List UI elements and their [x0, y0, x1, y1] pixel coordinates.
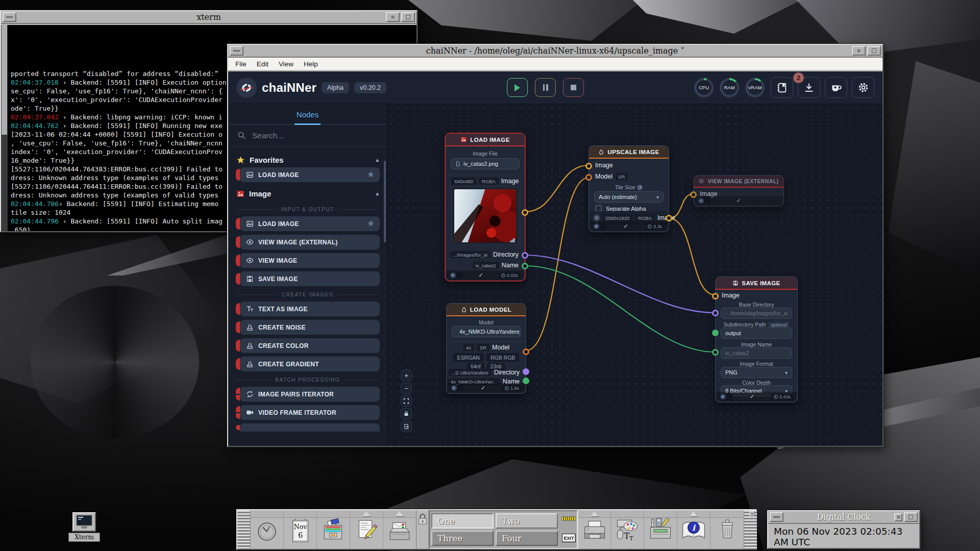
workspace-four-button[interactable]: Four: [496, 531, 558, 546]
sidebar-item-video-frame-iterator[interactable]: VIDEO FRAME ITERATOR: [240, 405, 380, 420]
node-disable-toggle[interactable]: [593, 223, 606, 230]
collapse-chevron-icon[interactable]: [376, 190, 379, 197]
handle-directory-output[interactable]: [522, 252, 528, 259]
exit-button[interactable]: EXIT: [562, 534, 576, 542]
menu-edit[interactable]: Edit: [253, 59, 273, 69]
chainner-window[interactable]: chaiNNer - /home/oleg/ai/chaiNNer-linux-…: [227, 44, 884, 447]
base-directory-input[interactable]: /home/oleg/Images/for_ai: [721, 308, 792, 319]
menu-file[interactable]: File: [231, 59, 251, 69]
node-save-image[interactable]: SAVE IMAGE Image Base Directory /home/ol…: [715, 277, 798, 403]
collapse-chevron-icon[interactable]: [376, 157, 379, 163]
window-menu-button[interactable]: [770, 512, 783, 522]
node-load-model[interactable]: LOAD MODEL Model 4x_NMKD-UltraYandere_..…: [446, 303, 526, 394]
xterm-titlebar[interactable]: xterm: [1, 11, 416, 24]
sidebar-item-view-image[interactable]: VIEW IMAGE: [240, 253, 380, 268]
handle-name-output[interactable]: [522, 263, 528, 269]
panel-file-manager-button[interactable]: [317, 510, 350, 549]
node-disable-toggle[interactable]: [720, 393, 733, 400]
subpanel-arrow-icon[interactable]: [362, 511, 371, 516]
handle-subdirectory-input[interactable]: [712, 330, 719, 336]
panel-grip-left[interactable]: [237, 510, 251, 549]
zoom-out-button[interactable]: −: [401, 383, 412, 394]
panel-clock-button[interactable]: [251, 510, 284, 549]
handle-image-input[interactable]: [712, 293, 719, 299]
subpanel-arrow-icon[interactable]: [396, 511, 404, 516]
node-search[interactable]: Search...: [228, 125, 387, 146]
panel-application-manager-button[interactable]: [644, 510, 677, 549]
node-graph-canvas[interactable]: + − LOAD IMAGE: [387, 105, 883, 446]
sidebar-item-create-color[interactable]: CREATE COLOR: [240, 338, 380, 353]
handle-directory-output[interactable]: [523, 368, 529, 375]
menu-help[interactable]: Help: [300, 59, 322, 69]
window-menu-button[interactable]: [230, 46, 243, 56]
handle-image-output[interactable]: [522, 209, 528, 216]
digital-clock-window[interactable]: Digital Clock Mon 06 Nov 2023 02:05:43 A…: [767, 510, 920, 549]
favorites-section-header[interactable]: Favorites: [235, 153, 380, 167]
node-disable-toggle[interactable]: [450, 272, 463, 279]
sidebar-scrollbar[interactable]: [384, 161, 386, 242]
sidebar-item-partial[interactable]: [240, 423, 380, 432]
handle-model-input[interactable]: [585, 174, 592, 181]
node-disable-toggle[interactable]: [698, 197, 711, 204]
image-format-dropdown[interactable]: PNG▾: [721, 367, 792, 378]
preview-toggle[interactable]: [594, 214, 600, 222]
handle-image-input[interactable]: [585, 163, 592, 169]
handle-image-name-input[interactable]: [712, 349, 719, 356]
sidebar-item-create-gradient[interactable]: CREATE GRADIENT: [240, 357, 380, 371]
node-load-image[interactable]: LOAD IMAGE Image File iv_catas2.png 640x…: [445, 133, 525, 281]
node-upscale-image[interactable]: UPSCALE IMAGE Image Model SR Tile Size? …: [589, 145, 669, 232]
panel-printer-button[interactable]: [578, 510, 611, 549]
workspace-three-button[interactable]: Three: [431, 531, 494, 546]
image-section-header[interactable]: Image: [235, 186, 380, 201]
handle-name-output[interactable]: [523, 378, 529, 384]
scrollbar-thumb[interactable]: [2, 25, 7, 135]
handle-image-output[interactable]: [666, 215, 672, 221]
tab-nodes[interactable]: Nodes: [295, 106, 321, 125]
sidebar-item-save-image[interactable]: SAVE IMAGE: [240, 271, 380, 286]
sidebar-item-image-pairs-iterator[interactable]: IMAGE PAIRS ITERATOR: [240, 387, 380, 402]
sidebar-item-load-image-favorite[interactable]: LOAD IMAGE: [240, 167, 380, 182]
pause-button[interactable]: [535, 78, 556, 97]
sidebar-item-create-noise[interactable]: CREATE NOISE: [240, 320, 380, 335]
menu-view[interactable]: View: [275, 59, 298, 69]
node-view-image-external[interactable]: VIEW IMAGE (EXTERNAL) Image: [693, 175, 784, 207]
clock-titlebar[interactable]: Digital Clock: [768, 511, 919, 524]
workspace-two-button[interactable]: Two: [496, 513, 558, 529]
help-icon[interactable]: ?: [637, 185, 643, 190]
minimize-button[interactable]: [894, 513, 902, 521]
sidebar-item-view-image-external[interactable]: VIEW IMAGE (EXTERNAL): [240, 235, 380, 249]
fit-view-button[interactable]: [401, 395, 412, 407]
download-updates-button[interactable]: 2: [798, 77, 820, 98]
panel-text-editor-button[interactable]: [350, 510, 383, 549]
panel-lock-area[interactable]: [416, 510, 429, 549]
maximize-button[interactable]: [867, 46, 881, 56]
favorite-star-icon[interactable]: [367, 170, 375, 180]
xterm-scrollbar[interactable]: [1, 25, 8, 231]
xterm-desktop-icon[interactable]: Xterm: [68, 512, 100, 542]
run-button[interactable]: [507, 78, 528, 97]
panel-mail-button[interactable]: [383, 510, 416, 549]
panel-style-manager-button[interactable]: T T: [611, 510, 644, 549]
chainner-titlebar[interactable]: chaiNNer - /home/oleg/ai/chaiNNer-linux-…: [228, 45, 883, 58]
handle-image-input[interactable]: [690, 191, 697, 198]
image-name-input[interactable]: iv_catas2: [721, 347, 792, 359]
sidebar-item-load-image[interactable]: LOAD IMAGE: [240, 216, 380, 231]
subdirectory-input[interactable]: output: [721, 328, 792, 339]
changelog-button[interactable]: [771, 77, 793, 98]
maximize-button[interactable]: [904, 512, 918, 522]
maximize-button[interactable]: [401, 12, 415, 22]
export-image-button[interactable]: [401, 421, 412, 432]
lock-canvas-button[interactable]: [401, 408, 412, 419]
image-file-input[interactable]: iv_catas2.png: [451, 158, 520, 169]
zoom-in-button[interactable]: +: [401, 370, 412, 381]
workspace-one-button[interactable]: One: [431, 513, 494, 529]
subpanel-arrow-icon[interactable]: [690, 511, 698, 516]
tile-size-dropdown[interactable]: Auto (estimate)▾: [594, 191, 664, 203]
minimize-button[interactable]: [852, 46, 866, 56]
favorite-star-icon[interactable]: [367, 219, 375, 229]
handle-model-output[interactable]: [523, 348, 529, 355]
subpanel-arrow-icon[interactable]: [591, 511, 599, 516]
stop-button[interactable]: [563, 78, 584, 97]
sidebar-item-text-as-image[interactable]: TEXT AS IMAGE: [240, 302, 380, 316]
node-disable-toggle[interactable]: [451, 385, 464, 391]
